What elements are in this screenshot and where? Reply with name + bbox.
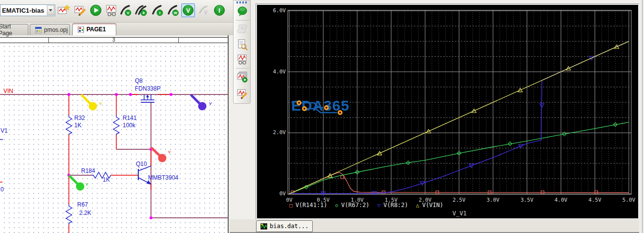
y-tick-label: 4.0V: [257, 69, 286, 75]
current-marker-button[interactable]: I: [150, 3, 164, 17]
r67-value: 2.2K: [79, 210, 91, 216]
q8-ref: Q8: [135, 77, 143, 84]
tab-bias-dat[interactable]: bias.dat...: [256, 220, 313, 232]
x-tick-label: 0V: [279, 197, 299, 203]
schematic-ruler: 3: [0, 37, 228, 43]
window-right-edge: [639, 0, 644, 233]
view-netlist-button[interactable]: [236, 38, 249, 51]
orcad-pspice-window: EMATIC1-bias: [0, 0, 644, 233]
q10-ref: Q10: [136, 161, 147, 167]
watermark-logo: [291, 97, 355, 117]
source-zero-label: 0: [0, 186, 4, 193]
x-tick-label: 3.0V: [483, 197, 503, 203]
x-tick-label: 3.5V: [517, 197, 537, 203]
r141-value: 100k: [123, 122, 135, 129]
y-tick-label: 0V: [257, 190, 286, 197]
schematic-canvas[interactable]: [0, 43, 228, 233]
tab-pmos-opj-label: pmos.opj: [44, 26, 68, 33]
x-tick-label: 2.0V: [415, 197, 435, 203]
q8-value: FDN338P: [135, 85, 161, 92]
r184-value: 1K: [103, 176, 110, 183]
bias-current-letter: I: [218, 7, 220, 14]
edit-profile-side-button[interactable]: [236, 87, 249, 100]
comment-balloon-button[interactable]: [236, 4, 249, 18]
source-ref-v1: V1: [0, 127, 8, 134]
voltage-probe-green[interactable]: [70, 176, 85, 191]
bias-voltage-dim-letter: V: [204, 10, 208, 15]
bias-voltage-letter: V: [186, 7, 190, 14]
diff-marker-badge: +: [142, 10, 145, 16]
net-label-vin: VIN: [3, 88, 13, 94]
voltage-differential-marker-button[interactable]: +: [134, 3, 148, 17]
power-marker-button[interactable]: W: [166, 3, 180, 17]
run-pspice-button[interactable]: [89, 3, 103, 17]
current-marker-badge: I: [159, 11, 160, 15]
main-toolbar: EMATIC1-bias: [0, 0, 234, 23]
plot-area[interactable]: EDA365 □V(R141:1)◇V(R67:2)▽V(R8:2)△V(VIN…: [257, 5, 638, 218]
probe-label-purple: V: [209, 101, 212, 106]
tab-start-page[interactable]: Start Page: [0, 24, 28, 35]
tab-pmos-opj[interactable]: pmos.opj: [30, 24, 70, 35]
simulation-profile-value: EMATIC1-bias: [0, 7, 47, 14]
run-simulation-side-button[interactable]: [236, 70, 249, 84]
probe-label-red: V: [168, 150, 171, 154]
toolbar-drag-handle[interactable]: [236, 1, 248, 3]
voltage-probe-red[interactable]: [152, 148, 167, 163]
combo-dropdown-arrow[interactable]: [47, 5, 54, 15]
new-simulation-profile-button[interactable]: [57, 3, 70, 17]
r141-ref: R141: [123, 115, 137, 121]
r32-value: 1K: [74, 122, 82, 129]
edit-simulation-profile-button[interactable]: [73, 3, 87, 17]
y-tick-label: 6.0V: [257, 7, 286, 14]
y-tick-label: 2.0V: [257, 129, 286, 136]
x-tick-label: 4.5V: [585, 197, 605, 203]
voltage-marker-button[interactable]: V: [119, 3, 132, 17]
probe-plot-window: EDA365 □V(R141:1)◇V(R67:2)▽V(R8:2)△V(VIN…: [256, 4, 639, 219]
voltage-probe-yellow[interactable]: [82, 95, 97, 111]
project-window-icon: [35, 27, 42, 33]
plot-tab-strip: bias.dat...: [230, 219, 644, 233]
schematic-window-border: [228, 35, 229, 233]
document-tab-bar: Start Page pmos.opj PAGE1: [0, 23, 234, 35]
tab-bias-dat-label: bias.dat...: [270, 223, 308, 230]
script-button[interactable]: [236, 22, 249, 36]
view-simulation-results-side-button[interactable]: [236, 52, 249, 66]
probe-label-green: V: [86, 182, 88, 186]
enable-bias-voltage-display-button[interactable]: V: [181, 3, 195, 17]
x-tick-label: 1.0V: [347, 197, 367, 203]
x-tick-label: 1.5V: [382, 197, 401, 203]
voltage-probe-purple[interactable]: [192, 95, 207, 111]
enable-bias-current-display-button[interactable]: I: [213, 3, 226, 17]
r32-ref: R32: [74, 115, 85, 121]
watermark: EDA365: [291, 97, 349, 114]
view-simulation-results-button[interactable]: [105, 3, 118, 17]
simulation-profile-combo[interactable]: EMATIC1-bias: [0, 4, 55, 16]
tab-page1[interactable]: PAGE1: [72, 23, 116, 35]
tab-page1-label: PAGE1: [86, 26, 106, 33]
schematic-drawing: [0, 43, 228, 233]
voltage-marker-badge: V: [127, 11, 129, 15]
dat-file-icon: [260, 223, 267, 230]
q10-value: MMBT3904: [148, 174, 178, 181]
schematic-page-icon: [78, 26, 84, 33]
r184-ref: R184: [81, 167, 95, 174]
legend-marker: ▽: [377, 202, 381, 209]
probe-label-yellow: V: [99, 101, 102, 106]
power-marker-badge: W: [173, 11, 177, 15]
ruler-zone-label: 3: [112, 37, 115, 43]
legend-marker: ◇: [335, 202, 339, 209]
marker-square: [341, 176, 343, 179]
x-tick-label: 5.0V: [619, 197, 639, 203]
toggle-bias-voltage-selected-button[interactable]: V: [197, 3, 211, 17]
tab-start-page-label: Start Page: [0, 23, 23, 37]
x-tick-label: 0.5V: [314, 197, 333, 203]
r67-ref: R67: [77, 201, 88, 208]
side-toolbar: [233, 0, 251, 104]
x-tick-label: 4.0V: [551, 197, 571, 203]
x-axis-title: V_V1: [288, 210, 631, 217]
x-tick-label: 2.5V: [450, 197, 469, 203]
